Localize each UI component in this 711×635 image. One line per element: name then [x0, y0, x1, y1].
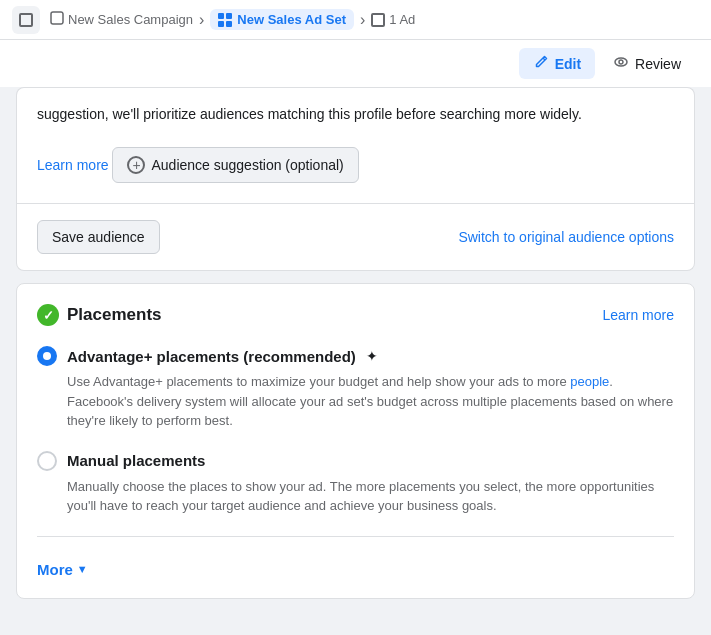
audience-section-top: suggestion, we'll prioritize audiences m…: [16, 87, 695, 203]
campaign-label: New Sales Campaign: [68, 12, 193, 27]
top-navigation: New Sales Campaign › New Sales Ad Set › …: [0, 0, 711, 40]
audience-learn-more-link[interactable]: Learn more: [37, 157, 109, 173]
svg-point-2: [619, 60, 623, 64]
checkmark: ✓: [43, 308, 54, 323]
placements-learn-more-link[interactable]: Learn more: [602, 307, 674, 323]
adset-icon: [218, 13, 232, 27]
placements-card: ✓ Placements Learn more Advantage+ place…: [16, 283, 695, 599]
review-button[interactable]: Review: [599, 48, 695, 79]
check-circle-icon: ✓: [37, 304, 59, 326]
nav-separator-2: ›: [360, 11, 365, 29]
plus-circle-icon: +: [127, 156, 145, 174]
suggestion-text: suggestion, we'll prioritize audiences m…: [37, 104, 674, 125]
advantage-plus-description: Use Advantage+ placements to maximize yo…: [67, 372, 674, 431]
caret-down-icon: ▼: [77, 563, 88, 575]
manual-placements-option: Manual placements Manually choose the pl…: [37, 451, 674, 516]
ad-icon: [371, 13, 385, 27]
placements-header: ✓ Placements Learn more: [37, 304, 674, 326]
campaign-icon: [50, 11, 64, 28]
svg-rect-0: [51, 12, 63, 24]
campaign-nav-item[interactable]: New Sales Campaign: [50, 11, 193, 28]
manual-placements-title: Manual placements: [67, 452, 205, 469]
pencil-icon: [533, 54, 549, 73]
radio-inner-dot: [43, 352, 51, 360]
placements-divider: [37, 536, 674, 537]
advantage-plus-option: Advantage+ placements (recommended) ✦ Us…: [37, 346, 674, 431]
advantage-plus-label-row[interactable]: Advantage+ placements (recommended) ✦: [37, 346, 674, 366]
manual-placements-radio[interactable]: [37, 451, 57, 471]
people-link[interactable]: people: [570, 374, 609, 389]
review-label: Review: [635, 56, 681, 72]
ad-label: 1 Ad: [389, 12, 415, 27]
advantage-plus-radio[interactable]: [37, 346, 57, 366]
adset-label: New Sales Ad Set: [237, 12, 346, 27]
adset-nav-item[interactable]: New Sales Ad Set: [210, 9, 354, 30]
audience-suggestion-button[interactable]: + Audience suggestion (optional): [112, 147, 358, 183]
svg-point-1: [615, 58, 627, 66]
more-label: More: [37, 561, 73, 578]
audience-suggestion-label: Audience suggestion (optional): [151, 157, 343, 173]
main-content: suggestion, we'll prioritize audiences m…: [0, 87, 711, 615]
audience-section-bottom: Save audience Switch to original audienc…: [16, 204, 695, 271]
sparkle-icon: ✦: [366, 348, 378, 364]
breadcrumb: New Sales Campaign › New Sales Ad Set › …: [50, 9, 415, 30]
edit-button[interactable]: Edit: [519, 48, 595, 79]
more-link[interactable]: More ▼: [37, 561, 88, 578]
nav-separator-1: ›: [199, 11, 204, 29]
advantage-plus-title: Advantage+ placements (recommended): [67, 348, 356, 365]
placements-title-group: ✓ Placements: [37, 304, 162, 326]
manual-placements-description: Manually choose the places to show your …: [67, 477, 674, 516]
save-audience-button[interactable]: Save audience: [37, 220, 160, 254]
eye-icon: [613, 54, 629, 73]
toggle-icon: [19, 13, 33, 27]
edit-label: Edit: [555, 56, 581, 72]
action-bar: Edit Review: [0, 40, 711, 87]
nav-toggle-button[interactable]: [12, 6, 40, 34]
placements-title: Placements: [67, 305, 162, 325]
manual-placements-label-row[interactable]: Manual placements: [37, 451, 674, 471]
ad-nav-item[interactable]: 1 Ad: [371, 12, 415, 27]
switch-audience-link[interactable]: Switch to original audience options: [458, 229, 674, 245]
